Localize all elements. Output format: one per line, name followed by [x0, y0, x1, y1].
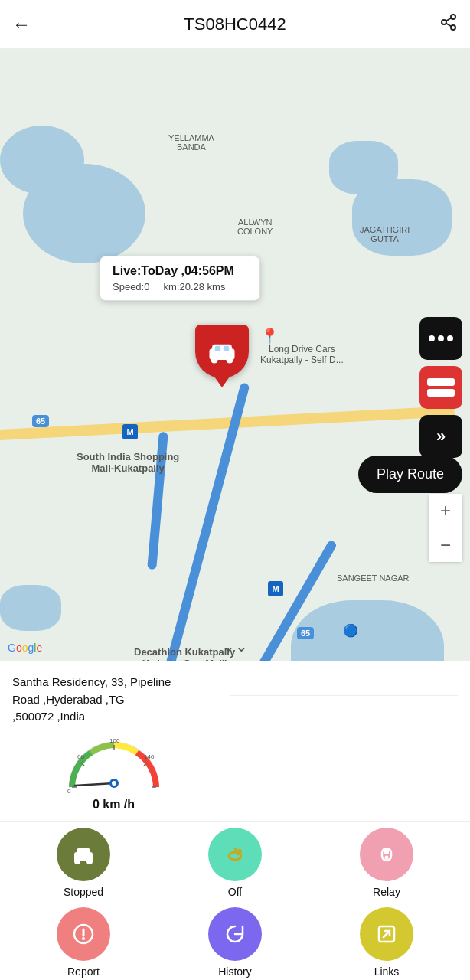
report-label: Report: [67, 965, 100, 978]
down-arrows: ⌄⌄: [222, 637, 248, 655]
speedometer-svg: 0 60 100 140: [64, 733, 164, 795]
layers-button[interactable]: [419, 366, 462, 409]
svg-point-32: [385, 855, 389, 859]
zoom-out-button[interactable]: −: [429, 528, 462, 562]
chevrons-icon: »: [436, 426, 446, 446]
location-pin-decathlon: 🔵: [343, 623, 358, 638]
svg-text:60: 60: [77, 753, 84, 760]
svg-text:140: 140: [144, 753, 155, 760]
svg-point-26: [86, 858, 93, 864]
map-container[interactable]: 65 65 M M YELLAMMABANDA ALLWYNCOLONY JAG…: [0, 49, 470, 662]
dots-icon: [429, 335, 453, 341]
water-6: [0, 585, 61, 631]
address-block: Santha Residency, 33, PipelineRoad ,Hyde…: [12, 674, 215, 812]
svg-rect-9: [215, 346, 220, 351]
svg-point-2: [451, 25, 455, 30]
live-tooltip: Live:ToDay ,04:56PM Speed:0 km:20.28 kms: [100, 256, 260, 301]
header: ← TS08HC0442: [0, 0, 470, 49]
svg-point-1: [442, 20, 446, 24]
links-circle: [360, 907, 413, 961]
stopped-label: Stopped: [64, 886, 103, 898]
svg-text:0: 0: [67, 788, 71, 795]
page-title: TS08HC0442: [184, 15, 286, 34]
google-logo: Google: [8, 642, 42, 654]
more-options-button[interactable]: [419, 317, 462, 360]
play-route-button[interactable]: Play Route: [358, 456, 462, 493]
back-button[interactable]: ←: [12, 14, 31, 35]
svg-rect-10: [224, 346, 229, 351]
highway-65-label: 65: [32, 415, 49, 427]
action-off[interactable]: Off: [164, 828, 306, 898]
info-section: Santha Residency, 33, PipelineRoad ,Hyde…: [0, 662, 470, 822]
actions-grid: [230, 674, 458, 696]
action-history[interactable]: History: [164, 907, 306, 978]
svg-line-4: [446, 18, 452, 21]
zoom-controls: + −: [429, 494, 462, 562]
highway-65-label-2: 65: [297, 627, 314, 639]
speed-label: 0 km /h: [93, 798, 135, 812]
svg-rect-31: [384, 848, 389, 854]
car-marker: [195, 325, 249, 378]
address-text: Santha Residency, 33, PipelineRoad ,Hyde…: [12, 674, 215, 726]
svg-line-3: [446, 23, 452, 26]
action-stopped[interactable]: Stopped: [12, 828, 155, 898]
tooltip-title: Live:ToDay ,04:56PM: [113, 264, 247, 278]
svg-point-29: [237, 849, 242, 854]
history-circle: [208, 907, 262, 961]
svg-point-7: [211, 356, 217, 363]
svg-point-35: [82, 937, 85, 940]
svg-point-8: [227, 356, 233, 363]
bars-icon: [427, 378, 455, 397]
zoom-in-button[interactable]: +: [429, 494, 462, 528]
svg-line-20: [75, 783, 114, 786]
metro-icon-2: M: [268, 581, 283, 596]
water-4: [352, 179, 452, 256]
relay-circle: [360, 828, 413, 881]
history-label: History: [218, 965, 252, 978]
action-links[interactable]: Links: [315, 907, 458, 978]
links-label: Links: [374, 965, 400, 978]
metro-icon-1: M: [122, 424, 138, 439]
report-circle: [57, 907, 110, 961]
svg-rect-24: [77, 848, 90, 855]
relay-label: Relay: [373, 886, 400, 898]
location-pin-longdrive: 📍: [260, 327, 279, 345]
action-report[interactable]: Report: [12, 907, 155, 978]
svg-text:100: 100: [109, 737, 120, 744]
map-controls: »: [419, 317, 462, 458]
water-2: [23, 164, 145, 263]
svg-point-22: [112, 781, 116, 786]
off-label: Off: [228, 886, 242, 898]
fast-forward-button[interactable]: »: [419, 415, 462, 458]
action-relay[interactable]: Relay: [315, 828, 458, 898]
actions-section: Stopped Off Relay: [0, 822, 470, 981]
svg-point-0: [451, 15, 455, 19]
off-circle: [208, 828, 262, 881]
svg-point-25: [74, 858, 80, 864]
speedometer: 0 60 100 140 0 km /h: [12, 733, 215, 812]
share-button[interactable]: [439, 13, 458, 36]
tooltip-detail: Speed:0 km:20.28 kms: [113, 281, 247, 292]
stopped-circle: [57, 828, 110, 881]
